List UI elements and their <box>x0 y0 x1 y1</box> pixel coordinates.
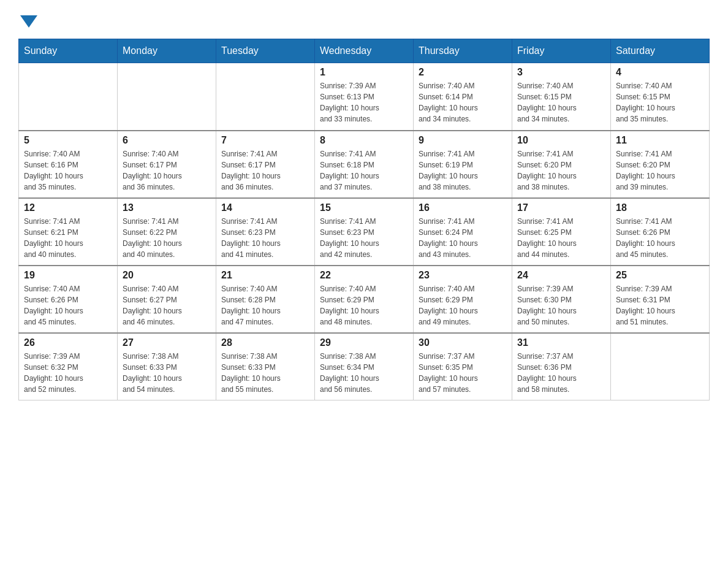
day-info: Sunrise: 7:40 AM Sunset: 6:29 PM Dayligh… <box>320 283 408 327</box>
day-number: 21 <box>221 270 309 281</box>
day-number: 16 <box>419 202 507 213</box>
calendar-cell: 10Sunrise: 7:41 AM Sunset: 6:20 PM Dayli… <box>512 131 611 198</box>
day-number: 27 <box>123 337 211 348</box>
day-number: 5 <box>24 135 112 146</box>
weekday-header-friday: Friday <box>512 39 611 63</box>
day-info: Sunrise: 7:38 AM Sunset: 6:33 PM Dayligh… <box>123 351 211 395</box>
day-info: Sunrise: 7:40 AM Sunset: 6:15 PM Dayligh… <box>517 80 605 124</box>
day-info: Sunrise: 7:40 AM Sunset: 6:29 PM Dayligh… <box>419 283 507 327</box>
day-number: 18 <box>616 202 704 213</box>
day-info: Sunrise: 7:39 AM Sunset: 6:32 PM Dayligh… <box>24 351 112 395</box>
day-info: Sunrise: 7:40 AM Sunset: 6:28 PM Dayligh… <box>221 283 309 327</box>
day-number: 13 <box>123 202 211 213</box>
day-number: 24 <box>517 270 605 281</box>
day-info: Sunrise: 7:40 AM Sunset: 6:14 PM Dayligh… <box>419 80 507 124</box>
day-number: 3 <box>517 67 605 78</box>
day-number: 6 <box>123 135 211 146</box>
calendar-cell <box>611 333 710 400</box>
day-number: 2 <box>419 67 507 78</box>
calendar-cell: 13Sunrise: 7:41 AM Sunset: 6:22 PM Dayli… <box>118 198 216 266</box>
day-number: 8 <box>320 135 408 146</box>
day-info: Sunrise: 7:37 AM Sunset: 6:36 PM Dayligh… <box>517 351 605 395</box>
day-number: 30 <box>419 337 507 348</box>
calendar-cell: 28Sunrise: 7:38 AM Sunset: 6:33 PM Dayli… <box>216 333 315 400</box>
calendar-cell: 8Sunrise: 7:41 AM Sunset: 6:18 PM Daylig… <box>315 131 414 198</box>
calendar-cell: 9Sunrise: 7:41 AM Sunset: 6:19 PM Daylig… <box>414 131 512 198</box>
weekday-header-monday: Monday <box>118 39 216 63</box>
day-info: Sunrise: 7:41 AM Sunset: 6:17 PM Dayligh… <box>221 148 309 193</box>
calendar-cell: 1Sunrise: 7:39 AM Sunset: 6:13 PM Daylig… <box>315 63 414 131</box>
weekday-header-sunday: Sunday <box>19 39 118 63</box>
calendar-cell: 12Sunrise: 7:41 AM Sunset: 6:21 PM Dayli… <box>19 198 118 266</box>
day-info: Sunrise: 7:41 AM Sunset: 6:26 PM Dayligh… <box>616 216 704 260</box>
day-info: Sunrise: 7:41 AM Sunset: 6:23 PM Dayligh… <box>320 216 408 260</box>
calendar-week-5: 26Sunrise: 7:39 AM Sunset: 6:32 PM Dayli… <box>19 333 710 400</box>
weekday-header-thursday: Thursday <box>414 39 512 63</box>
day-info: Sunrise: 7:41 AM Sunset: 6:24 PM Dayligh… <box>419 216 507 260</box>
calendar-cell: 19Sunrise: 7:40 AM Sunset: 6:26 PM Dayli… <box>19 266 118 333</box>
calendar-cell: 23Sunrise: 7:40 AM Sunset: 6:29 PM Dayli… <box>414 266 512 333</box>
day-info: Sunrise: 7:37 AM Sunset: 6:35 PM Dayligh… <box>419 351 507 395</box>
day-number: 20 <box>123 270 211 281</box>
calendar-cell: 14Sunrise: 7:41 AM Sunset: 6:23 PM Dayli… <box>216 198 315 266</box>
calendar-cell: 31Sunrise: 7:37 AM Sunset: 6:36 PM Dayli… <box>512 333 611 400</box>
day-number: 28 <box>221 337 309 348</box>
day-number: 23 <box>419 270 507 281</box>
day-number: 10 <box>517 135 605 146</box>
calendar-cell: 2Sunrise: 7:40 AM Sunset: 6:14 PM Daylig… <box>414 63 512 131</box>
logo <box>18 12 37 26</box>
calendar-week-4: 19Sunrise: 7:40 AM Sunset: 6:26 PM Dayli… <box>19 266 710 333</box>
day-number: 22 <box>320 270 408 281</box>
day-number: 12 <box>24 202 112 213</box>
weekday-header-tuesday: Tuesday <box>216 39 315 63</box>
day-info: Sunrise: 7:41 AM Sunset: 6:19 PM Dayligh… <box>419 148 507 193</box>
logo-triangle-icon <box>20 15 37 28</box>
calendar-week-1: 1Sunrise: 7:39 AM Sunset: 6:13 PM Daylig… <box>19 63 710 131</box>
calendar-cell: 6Sunrise: 7:40 AM Sunset: 6:17 PM Daylig… <box>118 131 216 198</box>
day-info: Sunrise: 7:40 AM Sunset: 6:15 PM Dayligh… <box>616 80 704 124</box>
calendar-cell: 16Sunrise: 7:41 AM Sunset: 6:24 PM Dayli… <box>414 198 512 266</box>
calendar-table: SundayMondayTuesdayWednesdayThursdayFrid… <box>18 39 710 400</box>
calendar-cell: 22Sunrise: 7:40 AM Sunset: 6:29 PM Dayli… <box>315 266 414 333</box>
day-number: 15 <box>320 202 408 213</box>
calendar-cell: 17Sunrise: 7:41 AM Sunset: 6:25 PM Dayli… <box>512 198 611 266</box>
calendar-cell: 11Sunrise: 7:41 AM Sunset: 6:20 PM Dayli… <box>611 131 710 198</box>
calendar-cell <box>19 63 118 131</box>
calendar-cell: 27Sunrise: 7:38 AM Sunset: 6:33 PM Dayli… <box>118 333 216 400</box>
calendar-week-3: 12Sunrise: 7:41 AM Sunset: 6:21 PM Dayli… <box>19 198 710 266</box>
calendar-cell: 29Sunrise: 7:38 AM Sunset: 6:34 PM Dayli… <box>315 333 414 400</box>
day-info: Sunrise: 7:40 AM Sunset: 6:27 PM Dayligh… <box>123 283 211 327</box>
calendar-week-2: 5Sunrise: 7:40 AM Sunset: 6:16 PM Daylig… <box>19 131 710 198</box>
day-info: Sunrise: 7:40 AM Sunset: 6:16 PM Dayligh… <box>24 148 112 193</box>
day-info: Sunrise: 7:38 AM Sunset: 6:34 PM Dayligh… <box>320 351 408 395</box>
day-info: Sunrise: 7:41 AM Sunset: 6:22 PM Dayligh… <box>123 216 211 260</box>
day-info: Sunrise: 7:41 AM Sunset: 6:20 PM Dayligh… <box>616 148 704 193</box>
calendar-cell: 18Sunrise: 7:41 AM Sunset: 6:26 PM Dayli… <box>611 198 710 266</box>
day-number: 19 <box>24 270 112 281</box>
day-info: Sunrise: 7:40 AM Sunset: 6:26 PM Dayligh… <box>24 283 112 327</box>
calendar-cell: 15Sunrise: 7:41 AM Sunset: 6:23 PM Dayli… <box>315 198 414 266</box>
day-info: Sunrise: 7:39 AM Sunset: 6:13 PM Dayligh… <box>320 80 408 124</box>
day-number: 29 <box>320 337 408 348</box>
day-number: 17 <box>517 202 605 213</box>
calendar-cell: 21Sunrise: 7:40 AM Sunset: 6:28 PM Dayli… <box>216 266 315 333</box>
day-number: 14 <box>221 202 309 213</box>
calendar-cell <box>216 63 315 131</box>
calendar-cell: 30Sunrise: 7:37 AM Sunset: 6:35 PM Dayli… <box>414 333 512 400</box>
calendar-cell: 4Sunrise: 7:40 AM Sunset: 6:15 PM Daylig… <box>611 63 710 131</box>
day-number: 4 <box>616 67 704 78</box>
weekday-header-saturday: Saturday <box>611 39 710 63</box>
day-info: Sunrise: 7:41 AM Sunset: 6:23 PM Dayligh… <box>221 216 309 260</box>
day-number: 1 <box>320 67 408 78</box>
calendar-cell: 26Sunrise: 7:39 AM Sunset: 6:32 PM Dayli… <box>19 333 118 400</box>
calendar-cell: 7Sunrise: 7:41 AM Sunset: 6:17 PM Daylig… <box>216 131 315 198</box>
day-info: Sunrise: 7:41 AM Sunset: 6:18 PM Dayligh… <box>320 148 408 193</box>
calendar-cell: 5Sunrise: 7:40 AM Sunset: 6:16 PM Daylig… <box>19 131 118 198</box>
calendar-cell: 3Sunrise: 7:40 AM Sunset: 6:15 PM Daylig… <box>512 63 611 131</box>
day-info: Sunrise: 7:41 AM Sunset: 6:20 PM Dayligh… <box>517 148 605 193</box>
day-number: 31 <box>517 337 605 348</box>
day-number: 25 <box>616 270 704 281</box>
calendar-cell: 25Sunrise: 7:39 AM Sunset: 6:31 PM Dayli… <box>611 266 710 333</box>
day-info: Sunrise: 7:38 AM Sunset: 6:33 PM Dayligh… <box>221 351 309 395</box>
day-number: 26 <box>24 337 112 348</box>
